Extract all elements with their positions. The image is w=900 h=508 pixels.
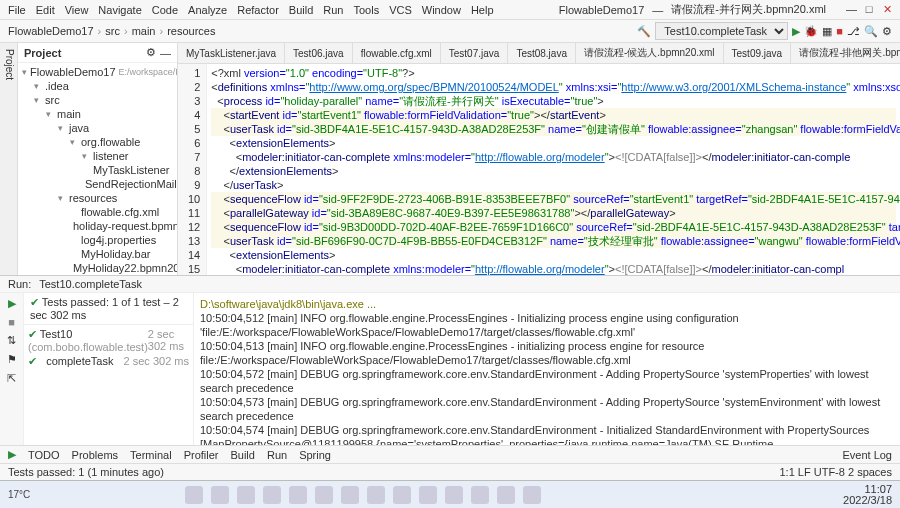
breadcrumb-item[interactable]: FlowableDemo17: [8, 25, 94, 37]
git-icon[interactable]: ⎇: [847, 25, 860, 38]
status-text: Tests passed: 1 (1 minutes ago): [8, 466, 164, 478]
tree-folder[interactable]: main: [18, 107, 177, 121]
tree-file[interactable]: log4j.properties: [18, 233, 177, 247]
stop-icon[interactable]: ■: [836, 25, 843, 37]
menu-analyze[interactable]: Analyze: [188, 4, 227, 16]
editor-tab[interactable]: flowable.cfg.xml: [353, 43, 441, 63]
window-minimize-icon[interactable]: —: [846, 3, 856, 16]
toolwindow-tab-problems[interactable]: Problems: [72, 449, 118, 461]
app-icon[interactable]: [367, 486, 385, 504]
breadcrumb-item[interactable]: src: [105, 25, 120, 37]
rerun-icon[interactable]: ▶: [8, 297, 16, 310]
debug-icon[interactable]: 🐞: [804, 25, 818, 38]
breadcrumb-item[interactable]: resources: [167, 25, 215, 37]
breadcrumb-sep: ›: [98, 25, 102, 37]
project-tree[interactable]: FlowableDemo17 E:/workspace/FlowableWork…: [18, 63, 177, 275]
toolwindow-tab-profiler[interactable]: Profiler: [184, 449, 219, 461]
menu-refactor[interactable]: Refactor: [237, 4, 279, 16]
stop-icon[interactable]: ■: [8, 316, 15, 328]
tree-folder[interactable]: .idea: [18, 79, 177, 93]
edge-icon[interactable]: [263, 486, 281, 504]
title-sep: —: [652, 4, 663, 16]
app-icon[interactable]: [523, 486, 541, 504]
test-node[interactable]: ✔ completeTask2 sec 302 ms: [28, 354, 189, 369]
project-settings-icon[interactable]: ⚙: [146, 46, 156, 59]
editor-tab[interactable]: Test06.java: [285, 43, 353, 63]
menu-file[interactable]: File: [8, 4, 26, 16]
search-icon[interactable]: [211, 486, 229, 504]
app-icon[interactable]: [497, 486, 515, 504]
window-close-icon[interactable]: ✕: [882, 3, 892, 16]
settings-icon[interactable]: ⚙: [882, 25, 892, 38]
app-icon[interactable]: [445, 486, 463, 504]
test-node[interactable]: ✔ Test10 (com.bobo.flowable.test)2 sec 3…: [28, 327, 189, 354]
editor-tab[interactable]: 请假流程-候选人.bpmn20.xml: [576, 43, 724, 63]
toolwindow-tab-spring[interactable]: Spring: [299, 449, 331, 461]
search-icon[interactable]: 🔍: [864, 25, 878, 38]
app-icon[interactable]: [315, 486, 333, 504]
event-log-button[interactable]: Event Log: [842, 449, 892, 461]
tree-folder[interactable]: FlowableDemo17 E:/workspace/FlowableWork…: [18, 65, 177, 79]
tree-file[interactable]: flowable.cfg.xml: [18, 205, 177, 219]
editor-tab[interactable]: Test08.java: [508, 43, 576, 63]
system-clock[interactable]: 11:072022/3/18: [843, 484, 892, 506]
menu-view[interactable]: View: [65, 4, 89, 16]
tree-folder[interactable]: java: [18, 121, 177, 135]
tree-file[interactable]: MyHoliday.bar: [18, 247, 177, 261]
console-line: 10:50:04,512 [main] INFO org.flowable.en…: [200, 311, 894, 339]
menu-build[interactable]: Build: [289, 4, 313, 16]
weather-widget[interactable]: 17°C: [8, 489, 30, 500]
editor-tab[interactable]: Test07.java: [441, 43, 509, 63]
tree-file[interactable]: SendRejectionMail: [18, 177, 177, 191]
tree-folder[interactable]: src: [18, 93, 177, 107]
menu-navigate[interactable]: Navigate: [98, 4, 141, 16]
menu-tools[interactable]: Tools: [353, 4, 379, 16]
tree-file[interactable]: MyTaskListener: [18, 163, 177, 177]
toolwindow-tab-todo[interactable]: TODO: [28, 449, 60, 461]
console-output[interactable]: D:\software\java\jdk8\bin\java.exe ...10…: [194, 293, 900, 445]
toolwindow-tab-build[interactable]: Build: [230, 449, 254, 461]
console-line: D:\software\java\jdk8\bin\java.exe ...: [200, 297, 894, 311]
toggle-icon[interactable]: ⇅: [7, 334, 16, 347]
app-icon[interactable]: [419, 486, 437, 504]
tree-folder[interactable]: resources: [18, 191, 177, 205]
code-editor[interactable]: 12345678910111213141516 <?xml version="1…: [178, 64, 900, 275]
toolwindow-tab-run[interactable]: Run: [267, 449, 287, 461]
editor-tab[interactable]: MyTaskListener.java: [178, 43, 285, 63]
project-title: Project: [24, 47, 61, 59]
menu-vcs[interactable]: VCS: [389, 4, 412, 16]
app-icon[interactable]: [289, 486, 307, 504]
breadcrumb-item[interactable]: main: [132, 25, 156, 37]
tree-folder[interactable]: org.flowable: [18, 135, 177, 149]
run-icon[interactable]: ▶: [792, 25, 800, 38]
project-toolwindow-tab[interactable]: Project: [0, 43, 18, 275]
tree-folder[interactable]: listener: [18, 149, 177, 163]
start-icon[interactable]: [185, 486, 203, 504]
menu-window[interactable]: Window: [422, 4, 461, 16]
menu-edit[interactable]: Edit: [36, 4, 55, 16]
coverage-icon[interactable]: ▦: [822, 25, 832, 38]
tree-file[interactable]: holiday-request.bpmn20.xml: [18, 219, 177, 233]
editor-tab[interactable]: Test09.java: [724, 43, 792, 63]
export-icon[interactable]: ⇱: [7, 372, 16, 385]
menu-help[interactable]: Help: [471, 4, 494, 16]
run-config-select[interactable]: Test10.completeTask: [655, 22, 788, 40]
run-toolbar: ▶ ■ ⇅ ⚑ ⇱: [0, 293, 24, 445]
source-text[interactable]: <?xml version="1.0" encoding="UTF-8"?><d…: [207, 64, 900, 275]
editor-tab[interactable]: 请假流程-排他网关.bpmn20.xml: [791, 43, 900, 63]
editor-tabs: MyTaskListener.javaTest06.javaflowable.c…: [178, 43, 900, 64]
menu-bar: FileEditViewNavigateCodeAnalyzeRefactorB…: [0, 0, 900, 20]
app-icon[interactable]: [471, 486, 489, 504]
app-icon[interactable]: [341, 486, 359, 504]
console-line: 10:50:04,574 [main] DEBUG org.springfram…: [200, 423, 894, 445]
toolwindow-tab-terminal[interactable]: Terminal: [130, 449, 172, 461]
hammer-icon[interactable]: 🔨: [637, 25, 651, 38]
window-maximize-icon[interactable]: □: [864, 3, 874, 16]
tree-file[interactable]: MyHoliday22.bpmn20.xml: [18, 261, 177, 275]
filter-icon[interactable]: ⚑: [7, 353, 17, 366]
menu-code[interactable]: Code: [152, 4, 178, 16]
collapse-icon[interactable]: —: [160, 47, 171, 59]
app-icon[interactable]: [393, 486, 411, 504]
explorer-icon[interactable]: [237, 486, 255, 504]
menu-run[interactable]: Run: [323, 4, 343, 16]
